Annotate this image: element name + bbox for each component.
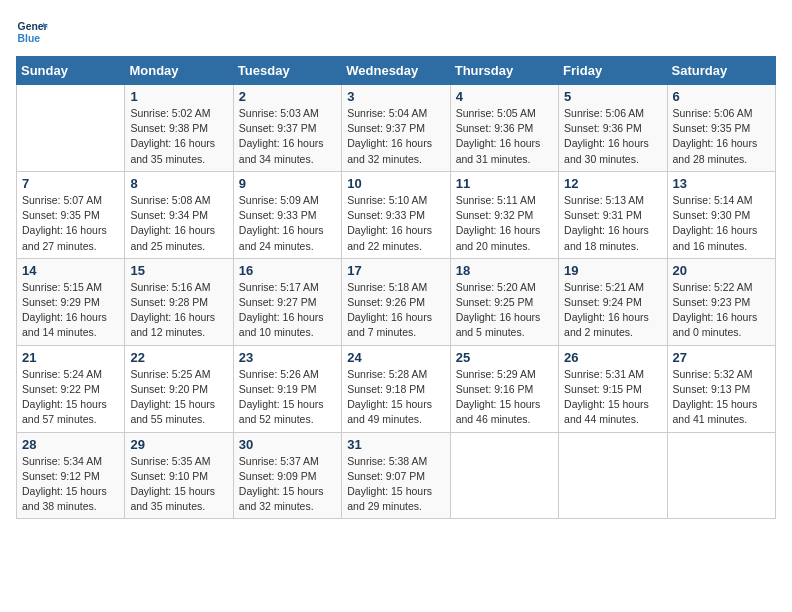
page-header: General Blue (16, 16, 776, 48)
day-number: 25 (456, 350, 553, 365)
day-cell: 13Sunrise: 5:14 AM Sunset: 9:30 PM Dayli… (667, 171, 775, 258)
day-cell: 19Sunrise: 5:21 AM Sunset: 9:24 PM Dayli… (559, 258, 667, 345)
day-number: 26 (564, 350, 661, 365)
day-number: 18 (456, 263, 553, 278)
day-info: Sunrise: 5:29 AM Sunset: 9:16 PM Dayligh… (456, 367, 553, 428)
day-cell: 24Sunrise: 5:28 AM Sunset: 9:18 PM Dayli… (342, 345, 450, 432)
day-number: 20 (673, 263, 770, 278)
column-header-saturday: Saturday (667, 57, 775, 85)
day-cell: 22Sunrise: 5:25 AM Sunset: 9:20 PM Dayli… (125, 345, 233, 432)
day-number: 8 (130, 176, 227, 191)
day-info: Sunrise: 5:25 AM Sunset: 9:20 PM Dayligh… (130, 367, 227, 428)
day-cell: 31Sunrise: 5:38 AM Sunset: 9:07 PM Dayli… (342, 432, 450, 519)
day-info: Sunrise: 5:17 AM Sunset: 9:27 PM Dayligh… (239, 280, 336, 341)
day-info: Sunrise: 5:26 AM Sunset: 9:19 PM Dayligh… (239, 367, 336, 428)
day-cell: 26Sunrise: 5:31 AM Sunset: 9:15 PM Dayli… (559, 345, 667, 432)
calendar-header-row: SundayMondayTuesdayWednesdayThursdayFrid… (17, 57, 776, 85)
day-info: Sunrise: 5:31 AM Sunset: 9:15 PM Dayligh… (564, 367, 661, 428)
day-number: 24 (347, 350, 444, 365)
day-info: Sunrise: 5:05 AM Sunset: 9:36 PM Dayligh… (456, 106, 553, 167)
logo-icon: General Blue (16, 16, 48, 48)
day-number: 9 (239, 176, 336, 191)
day-number: 13 (673, 176, 770, 191)
day-number: 21 (22, 350, 119, 365)
week-row-5: 28Sunrise: 5:34 AM Sunset: 9:12 PM Dayli… (17, 432, 776, 519)
day-cell: 25Sunrise: 5:29 AM Sunset: 9:16 PM Dayli… (450, 345, 558, 432)
day-cell (667, 432, 775, 519)
day-info: Sunrise: 5:11 AM Sunset: 9:32 PM Dayligh… (456, 193, 553, 254)
column-header-monday: Monday (125, 57, 233, 85)
day-cell: 7Sunrise: 5:07 AM Sunset: 9:35 PM Daylig… (17, 171, 125, 258)
day-info: Sunrise: 5:16 AM Sunset: 9:28 PM Dayligh… (130, 280, 227, 341)
day-number: 11 (456, 176, 553, 191)
day-cell (450, 432, 558, 519)
day-cell: 15Sunrise: 5:16 AM Sunset: 9:28 PM Dayli… (125, 258, 233, 345)
column-header-thursday: Thursday (450, 57, 558, 85)
day-cell: 17Sunrise: 5:18 AM Sunset: 9:26 PM Dayli… (342, 258, 450, 345)
day-info: Sunrise: 5:20 AM Sunset: 9:25 PM Dayligh… (456, 280, 553, 341)
day-info: Sunrise: 5:18 AM Sunset: 9:26 PM Dayligh… (347, 280, 444, 341)
day-cell: 27Sunrise: 5:32 AM Sunset: 9:13 PM Dayli… (667, 345, 775, 432)
day-info: Sunrise: 5:22 AM Sunset: 9:23 PM Dayligh… (673, 280, 770, 341)
column-header-tuesday: Tuesday (233, 57, 341, 85)
day-number: 30 (239, 437, 336, 452)
day-info: Sunrise: 5:10 AM Sunset: 9:33 PM Dayligh… (347, 193, 444, 254)
logo: General Blue (16, 16, 48, 48)
day-cell: 28Sunrise: 5:34 AM Sunset: 9:12 PM Dayli… (17, 432, 125, 519)
day-info: Sunrise: 5:06 AM Sunset: 9:36 PM Dayligh… (564, 106, 661, 167)
day-info: Sunrise: 5:02 AM Sunset: 9:38 PM Dayligh… (130, 106, 227, 167)
day-info: Sunrise: 5:37 AM Sunset: 9:09 PM Dayligh… (239, 454, 336, 515)
day-cell: 30Sunrise: 5:37 AM Sunset: 9:09 PM Dayli… (233, 432, 341, 519)
day-cell: 20Sunrise: 5:22 AM Sunset: 9:23 PM Dayli… (667, 258, 775, 345)
day-number: 16 (239, 263, 336, 278)
day-info: Sunrise: 5:09 AM Sunset: 9:33 PM Dayligh… (239, 193, 336, 254)
day-number: 31 (347, 437, 444, 452)
day-info: Sunrise: 5:07 AM Sunset: 9:35 PM Dayligh… (22, 193, 119, 254)
week-row-4: 21Sunrise: 5:24 AM Sunset: 9:22 PM Dayli… (17, 345, 776, 432)
day-cell: 6Sunrise: 5:06 AM Sunset: 9:35 PM Daylig… (667, 85, 775, 172)
day-cell: 16Sunrise: 5:17 AM Sunset: 9:27 PM Dayli… (233, 258, 341, 345)
day-number: 22 (130, 350, 227, 365)
calendar-table: SundayMondayTuesdayWednesdayThursdayFrid… (16, 56, 776, 519)
day-info: Sunrise: 5:21 AM Sunset: 9:24 PM Dayligh… (564, 280, 661, 341)
day-cell: 9Sunrise: 5:09 AM Sunset: 9:33 PM Daylig… (233, 171, 341, 258)
day-number: 12 (564, 176, 661, 191)
day-cell: 18Sunrise: 5:20 AM Sunset: 9:25 PM Dayli… (450, 258, 558, 345)
day-number: 1 (130, 89, 227, 104)
column-header-wednesday: Wednesday (342, 57, 450, 85)
day-number: 17 (347, 263, 444, 278)
day-info: Sunrise: 5:24 AM Sunset: 9:22 PM Dayligh… (22, 367, 119, 428)
day-info: Sunrise: 5:04 AM Sunset: 9:37 PM Dayligh… (347, 106, 444, 167)
day-number: 10 (347, 176, 444, 191)
day-cell: 29Sunrise: 5:35 AM Sunset: 9:10 PM Dayli… (125, 432, 233, 519)
day-info: Sunrise: 5:06 AM Sunset: 9:35 PM Dayligh… (673, 106, 770, 167)
day-cell: 11Sunrise: 5:11 AM Sunset: 9:32 PM Dayli… (450, 171, 558, 258)
day-cell (559, 432, 667, 519)
day-number: 28 (22, 437, 119, 452)
column-header-sunday: Sunday (17, 57, 125, 85)
column-header-friday: Friday (559, 57, 667, 85)
week-row-1: 1Sunrise: 5:02 AM Sunset: 9:38 PM Daylig… (17, 85, 776, 172)
day-number: 4 (456, 89, 553, 104)
day-cell: 12Sunrise: 5:13 AM Sunset: 9:31 PM Dayli… (559, 171, 667, 258)
day-info: Sunrise: 5:15 AM Sunset: 9:29 PM Dayligh… (22, 280, 119, 341)
day-info: Sunrise: 5:38 AM Sunset: 9:07 PM Dayligh… (347, 454, 444, 515)
day-cell: 3Sunrise: 5:04 AM Sunset: 9:37 PM Daylig… (342, 85, 450, 172)
day-info: Sunrise: 5:13 AM Sunset: 9:31 PM Dayligh… (564, 193, 661, 254)
day-cell: 5Sunrise: 5:06 AM Sunset: 9:36 PM Daylig… (559, 85, 667, 172)
week-row-3: 14Sunrise: 5:15 AM Sunset: 9:29 PM Dayli… (17, 258, 776, 345)
day-number: 29 (130, 437, 227, 452)
day-number: 14 (22, 263, 119, 278)
day-info: Sunrise: 5:32 AM Sunset: 9:13 PM Dayligh… (673, 367, 770, 428)
day-info: Sunrise: 5:03 AM Sunset: 9:37 PM Dayligh… (239, 106, 336, 167)
day-cell: 10Sunrise: 5:10 AM Sunset: 9:33 PM Dayli… (342, 171, 450, 258)
day-cell (17, 85, 125, 172)
day-info: Sunrise: 5:28 AM Sunset: 9:18 PM Dayligh… (347, 367, 444, 428)
day-cell: 1Sunrise: 5:02 AM Sunset: 9:38 PM Daylig… (125, 85, 233, 172)
day-cell: 8Sunrise: 5:08 AM Sunset: 9:34 PM Daylig… (125, 171, 233, 258)
day-cell: 2Sunrise: 5:03 AM Sunset: 9:37 PM Daylig… (233, 85, 341, 172)
day-number: 2 (239, 89, 336, 104)
day-number: 15 (130, 263, 227, 278)
svg-text:Blue: Blue (18, 33, 41, 44)
day-cell: 23Sunrise: 5:26 AM Sunset: 9:19 PM Dayli… (233, 345, 341, 432)
